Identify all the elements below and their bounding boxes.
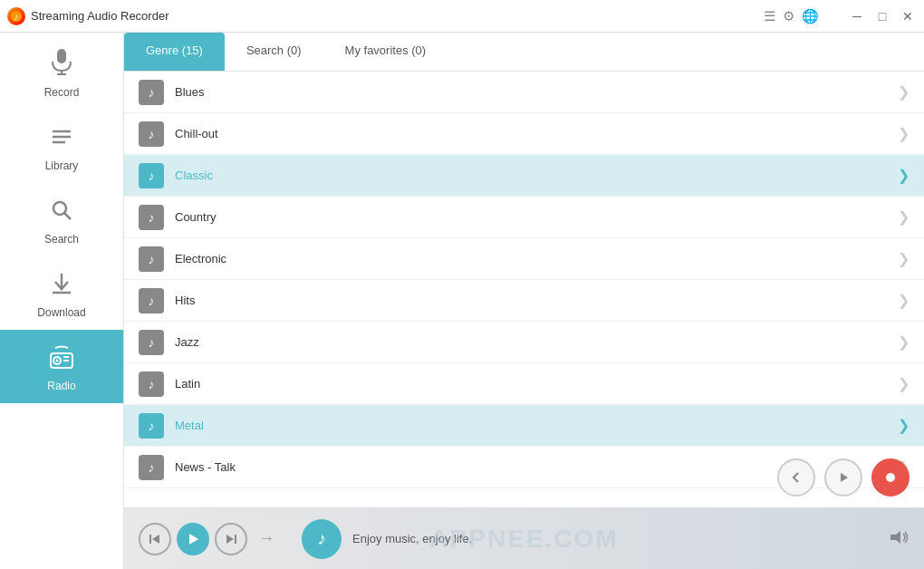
arrow-icon: → — [258, 529, 285, 548]
volume-icon[interactable] — [890, 529, 910, 549]
genre-name: Country — [175, 210, 898, 224]
sidebar-item-library[interactable]: Library — [0, 110, 123, 183]
back-button[interactable] — [777, 458, 815, 497]
radio-icon — [48, 344, 75, 376]
player-info-text: Enjoy music, enjoy life. — [352, 532, 890, 545]
music-note-icon: ♪ — [139, 330, 164, 355]
title-bar: ♪ Streaming Audio Recorder ☰ ⚙ 🌐 ─ □ ✕ — [0, 0, 924, 33]
content-area: Genre (15) Search (0) My favorites (0) ♪… — [124, 33, 924, 569]
content-with-controls: ♪ Blues ❯ ♪ Chill-out ❯ ♪ Classic ❯ ♪ Co… — [124, 72, 924, 507]
music-note-icon: ♪ — [139, 246, 164, 272]
tab-genre[interactable]: Genre (15) — [124, 33, 225, 71]
svg-marker-21 — [189, 534, 198, 545]
record-button[interactable] — [871, 458, 910, 497]
genre-name: Hits — [175, 294, 898, 307]
music-note-button[interactable]: ♪ — [302, 519, 342, 559]
svg-point-14 — [56, 360, 59, 362]
svg-marker-24 — [890, 531, 900, 544]
minimize-button[interactable]: ─ — [848, 7, 866, 25]
prev-button[interactable] — [139, 523, 171, 555]
sidebar-search-label: Search — [44, 233, 79, 246]
genre-item-jazz[interactable]: ♪ Jazz ❯ — [124, 322, 924, 363]
genre-name: Chill-out — [175, 127, 898, 140]
genre-name: Jazz — [175, 335, 898, 349]
sidebar-record-label: Record — [44, 86, 80, 99]
chevron-right-icon: ❯ — [898, 167, 910, 184]
genre-item-latin[interactable]: ♪ Latin ❯ — [124, 363, 924, 405]
chevron-right-icon: ❯ — [898, 125, 910, 142]
chevron-right-icon: ❯ — [898, 292, 910, 309]
genre-name: Metal — [175, 419, 898, 432]
chevron-right-icon: ❯ — [898, 417, 910, 434]
chevron-right-icon: ❯ — [898, 208, 910, 226]
svg-marker-19 — [152, 535, 159, 544]
tab-bar: Genre (15) Search (0) My favorites (0) — [124, 33, 924, 72]
music-note-icon: ♪ — [139, 413, 164, 439]
genre-item-chillout[interactable]: ♪ Chill-out ❯ — [124, 113, 924, 155]
genre-name: Blues — [175, 85, 898, 99]
genre-name: Electronic — [175, 252, 898, 265]
sidebar-library-label: Library — [45, 159, 79, 172]
sidebar-item-search[interactable]: Search — [0, 183, 123, 256]
microphone-icon — [49, 47, 74, 82]
sidebar-item-record[interactable]: Record — [0, 33, 123, 110]
title-bar-icons: ☰ ⚙ 🌐 ─ □ ✕ — [764, 7, 917, 25]
settings-icon[interactable]: ⚙ — [783, 8, 794, 24]
chevron-right-icon: ❯ — [898, 83, 910, 101]
overlay-controls — [777, 458, 910, 497]
music-note-icon: ♪ — [139, 371, 164, 397]
svg-point-8 — [53, 202, 66, 215]
svg-marker-17 — [841, 473, 848, 482]
main-layout: Record Library Search — [0, 33, 924, 569]
next-button[interactable] — [215, 523, 247, 555]
tab-search[interactable]: Search (0) — [225, 33, 323, 71]
bottom-player: → ♪ Enjoy music, enjoy life. APPNEE.COM — [124, 507, 924, 569]
chevron-right-icon: ❯ — [898, 333, 910, 351]
genre-item-electronic[interactable]: ♪ Electronic ❯ — [124, 238, 924, 280]
svg-rect-2 — [57, 49, 66, 63]
genre-name: Latin — [175, 377, 898, 391]
music-note-icon: ♪ — [139, 455, 164, 480]
sidebar-radio-label: Radio — [47, 380, 75, 392]
svg-line-9 — [64, 213, 71, 219]
genre-item-hits[interactable]: ♪ Hits ❯ — [124, 280, 924, 322]
library-icon — [49, 124, 74, 156]
sidebar-download-label: Download — [37, 306, 85, 319]
maximize-button[interactable]: □ — [873, 7, 891, 25]
player-play-button[interactable] — [177, 523, 209, 555]
genre-item-country[interactable]: ♪ Country ❯ — [124, 197, 924, 238]
tab-favorites[interactable]: My favorites (0) — [323, 33, 448, 71]
chevron-right-icon: ❯ — [898, 250, 910, 267]
app-title: Streaming Audio Recorder — [31, 9, 168, 23]
genre-item-blues[interactable]: ♪ Blues ❯ — [124, 72, 924, 113]
download-icon — [49, 271, 74, 303]
title-bar-left: ♪ Streaming Audio Recorder — [7, 7, 168, 25]
menu-icon[interactable]: ☰ — [764, 8, 775, 24]
music-note-icon: ♪ — [139, 80, 164, 105]
music-note-icon: ♪ — [139, 205, 164, 230]
app-logo: ♪ — [7, 7, 25, 25]
sidebar-item-radio[interactable]: Radio — [0, 330, 123, 403]
play-button[interactable] — [824, 458, 862, 497]
sidebar: Record Library Search — [0, 33, 124, 569]
close-button[interactable]: ✕ — [899, 7, 917, 25]
music-note-icon: ♪ — [139, 288, 164, 313]
genre-item-classic[interactable]: ♪ Classic ❯ — [124, 155, 924, 197]
genre-list: ♪ Blues ❯ ♪ Chill-out ❯ ♪ Classic ❯ ♪ Co… — [124, 72, 924, 507]
svg-text:♪: ♪ — [14, 12, 19, 22]
chevron-right-icon: ❯ — [898, 375, 910, 392]
music-note-icon: ♪ — [139, 121, 164, 147]
svg-marker-22 — [226, 535, 234, 544]
genre-name: Classic — [175, 169, 898, 182]
sidebar-item-download[interactable]: Download — [0, 256, 123, 330]
search-icon — [49, 198, 74, 229]
genre-item-metal[interactable]: ♪ Metal ❯ — [124, 405, 924, 447]
svg-point-18 — [886, 473, 895, 482]
globe-icon[interactable]: 🌐 — [802, 8, 819, 24]
music-note-icon: ♪ — [139, 163, 164, 188]
